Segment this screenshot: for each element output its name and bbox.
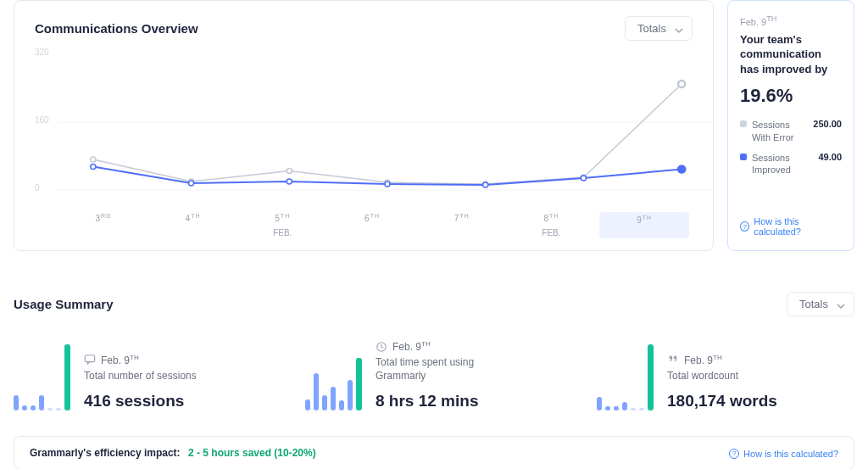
usage-card: Feb. 9THTotal time spent using Grammarly… — [305, 340, 563, 410]
communications-overview-card: Communications Overview Totals 320 160 0 — [14, 0, 714, 251]
usage-summary-section: Usage Summary Totals Feb. 9THTotal numbe… — [14, 292, 854, 410]
side-row-sessions-improved: Sessions Improved 49.00 — [740, 152, 842, 176]
mini-bar-chart — [597, 344, 654, 410]
overview-x-axis: 3RD4TH5THFEB.6TH7TH8THFEB.9TH — [58, 212, 693, 238]
svg-point-11 — [287, 179, 292, 184]
overview-select-label: Totals — [637, 22, 666, 35]
square-icon-blue — [740, 154, 747, 160]
svg-point-12 — [385, 181, 390, 187]
side-card-lead: Your team's communication has improved b… — [740, 32, 842, 77]
efficiency-impact-banner: Grammarly's efficiency impact: 2 - 5 hou… — [14, 436, 854, 469]
usage-card-value: 416 sessions — [84, 392, 197, 410]
usage-card-date: Feb. 9TH — [84, 354, 197, 366]
x-tick[interactable]: 3RD — [58, 212, 148, 238]
usage-card-date: Feb. 9TH — [667, 354, 777, 366]
svg-point-8 — [678, 81, 685, 87]
chevron-down-icon — [675, 25, 683, 33]
x-tick[interactable]: 5THFEB. — [237, 212, 327, 238]
usage-card-desc: Total time spent using Grammarly — [376, 356, 511, 382]
usage-card-value: 180,174 words — [667, 392, 777, 410]
x-tick[interactable]: 7TH — [417, 212, 507, 238]
svg-point-15 — [678, 166, 685, 173]
clock-icon — [376, 341, 387, 353]
svg-rect-16 — [85, 355, 94, 362]
side-card-value: 19.6% — [740, 85, 842, 107]
svg-point-13 — [483, 182, 488, 187]
x-tick[interactable]: 9TH — [599, 212, 689, 238]
usage-card-desc: Total number of sessions — [84, 370, 197, 383]
overview-line-chart: 320 160 0 — [35, 46, 693, 207]
side-card-date: Feb. 9TH — [740, 14, 842, 27]
x-tick[interactable]: 8THFEB. — [507, 212, 597, 238]
svg-point-4 — [287, 169, 292, 174]
side-row-sessions-error: Sessions With Error 250.00 — [740, 119, 842, 143]
svg-point-10 — [188, 181, 193, 186]
impact-value: 2 - 5 hours saved (10-20%) — [188, 447, 316, 459]
x-tick[interactable]: 6TH — [327, 212, 417, 238]
impact-how-calculated-link[interactable]: How is this calculated? — [729, 449, 838, 459]
usage-summary-title: Usage Summary — [14, 297, 114, 311]
usage-card: Feb. 9THTotal wordcount180,174 words — [597, 340, 854, 410]
usage-card: Feb. 9THTotal number of sessions416 sess… — [14, 340, 271, 410]
usage-card-date: Feb. 9TH — [376, 340, 511, 353]
x-tick[interactable]: 4TH — [148, 212, 238, 238]
usage-card-value: 8 hrs 12 mins — [376, 392, 511, 410]
y-tick: 320 — [35, 47, 49, 57]
info-icon — [729, 449, 739, 459]
quote-icon — [667, 354, 679, 366]
how-calculated-link[interactable]: How is this calculated? — [740, 216, 842, 237]
mini-bar-chart — [14, 344, 70, 410]
svg-point-14 — [581, 176, 586, 181]
square-icon-grey — [740, 120, 747, 127]
overview-totals-select[interactable]: Totals — [625, 16, 693, 41]
y-tick: 160 — [35, 115, 49, 125]
mini-bar-chart — [305, 344, 362, 410]
y-tick: 0 — [35, 183, 40, 193]
impact-label: Grammarly's efficiency impact: — [30, 447, 181, 459]
chat-icon — [84, 354, 96, 366]
usage-select-label: Totals — [799, 298, 828, 310]
info-icon — [740, 221, 749, 232]
improvement-side-card: Feb. 9TH Your team's communication has i… — [727, 0, 854, 251]
svg-point-2 — [91, 157, 96, 162]
usage-totals-select[interactable]: Totals — [787, 292, 854, 316]
chevron-down-icon — [837, 300, 845, 309]
usage-card-desc: Total wordcount — [667, 370, 777, 383]
svg-point-9 — [91, 165, 96, 170]
overview-title: Communications Overview — [35, 21, 198, 36]
